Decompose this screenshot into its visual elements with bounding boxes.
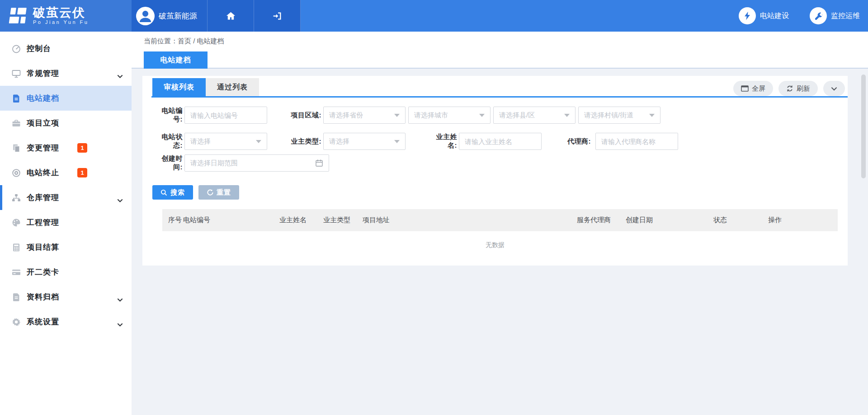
county-select[interactable]: 请选择县/区 [493,107,576,124]
owner-type-label: 业主类型: [290,137,321,146]
monitor-icon [11,69,21,79]
topbar-user-strip: 破茧新能源 [132,0,301,32]
topbar: 破茧云伏 Po Jian Yun Fu 破茧新能源 [0,0,868,32]
col-owner-name: 业主姓名 [279,216,323,224]
reset-button[interactable]: 重置 [198,185,239,200]
col-actions: 操作 [768,216,838,224]
breadcrumb-path: 首页 / 电站建档 [178,37,224,46]
gauge-icon [11,44,21,54]
badge-count: 1 [77,143,87,153]
chevron-down-icon [117,72,123,80]
collapse-button[interactable] [823,81,845,96]
home-icon [226,11,236,21]
agent-label: 代理商: [567,137,591,146]
tab-underline [151,96,848,98]
reset-icon [207,189,213,196]
city-select[interactable]: 请选择城市 [408,107,491,124]
topbar-right-nav: 电站建设 监控运维 [739,0,868,32]
sidebar-item-open-card[interactable]: 开二类卡 [0,260,132,284]
sidebar-item-console[interactable]: 控制台 [0,36,132,61]
caret-down-icon [394,140,400,143]
chevron-down-icon [117,196,123,204]
brand-logo-icon [6,5,28,27]
panel: 审核列表 通过列表 全屏 [142,76,848,266]
sidebar-item-project-initiation[interactable]: 项目立项 [0,111,132,135]
col-project-address: 项目地址 [363,216,577,224]
logout-button[interactable] [254,0,301,32]
user-icon [136,7,155,25]
search-button[interactable]: 搜索 [152,185,193,200]
brand: 破茧云伏 Po Jian Yun Fu [0,0,132,32]
station-no-label: 电站编号: [152,107,183,124]
fullscreen-button[interactable]: 全屏 [733,81,773,96]
sign-in-icon [272,11,283,21]
col-status: 状态 [713,216,768,224]
tab-review-list[interactable]: 审核列表 [152,78,206,96]
pages-icon [11,143,21,153]
palette-icon [11,218,21,228]
caret-down-icon [394,114,400,117]
table-header: 序号 电站编号 业主姓名 业主类型 项目地址 服务代理商 创建日期 状态 操作 [162,209,838,231]
badge-count: 1 [77,168,87,177]
owner-name-label: 业主姓名: [428,133,457,150]
panel-tabs: 审核列表 通过列表 [152,78,259,96]
col-service-agent: 服务代理商 [577,216,626,224]
station-status-select[interactable]: 请选择 [184,133,267,150]
refresh-icon [786,85,793,92]
breadcrumb: 当前位置： 首页 / 电站建档 [132,32,868,51]
sitemap-icon [11,193,21,203]
active-submenu-marker [0,185,2,210]
filter-buttons: 搜索 重置 [152,185,838,200]
panel-header: 审核列表 通过列表 全屏 [142,76,848,98]
caret-down-icon [564,114,570,117]
chevron-down-icon [117,320,123,328]
sidebar-item-system-settings[interactable]: 系统设置 [0,309,132,334]
brand-tagline: Po Jian Yun Fu [33,20,89,25]
search-icon [160,189,167,196]
sidebar-item-engineering-mgmt[interactable]: 工程管理 [0,210,132,235]
calendar-icon [315,159,323,167]
owner-name-input[interactable] [459,133,542,150]
col-station-no: 电站编号 [183,216,279,224]
filter-form: 电站编号: 项目区域: 请选择省份 请选择城市 请选择县/区 [142,107,848,249]
chevron-down-icon [831,87,837,91]
station-no-input[interactable] [184,107,267,124]
date-range-input[interactable]: 请选择日期范围 [184,154,329,172]
scrollbar-thumb[interactable] [861,75,866,178]
breadcrumb-label: 当前位置： [144,37,178,46]
avatar [136,7,155,25]
nav-station-build[interactable]: 电站建设 [739,7,789,24]
lightning-icon [739,7,756,24]
sidebar-item-project-settlement[interactable]: 项目结算 [0,235,132,260]
wrench-icon [810,7,827,24]
target-icon [11,168,21,178]
nav-monitor-ops[interactable]: 监控运维 [810,7,860,24]
page-tab-bar: 电站建档 [132,51,868,69]
region-label: 项目区域: [290,111,321,120]
file-icon [11,93,21,103]
tab-passed-list[interactable]: 通过列表 [206,78,259,96]
sidebar-item-general-mgmt[interactable]: 常规管理 [0,61,132,86]
village-select[interactable]: 请选择村镇/街道 [578,107,660,124]
sidebar-item-warehouse-mgmt[interactable]: 仓库管理 [0,185,132,210]
created-time-label: 创建时间: [152,154,183,172]
page-tab-station-archive[interactable]: 电站建档 [144,51,208,69]
sidebar-item-station-termination[interactable]: 电站终止 1 [0,160,132,185]
nav-monitor-ops-label: 监控运维 [831,11,860,21]
sidebar-item-change-mgmt[interactable]: 变更管理 1 [0,135,132,160]
refresh-button[interactable]: 刷新 [778,81,818,96]
user-account[interactable]: 破茧新能源 [132,0,208,32]
sidebar-item-station-archive[interactable]: 电站建档 [0,86,132,111]
filter-row-3: 创建时间: 请选择日期范围 [152,154,838,172]
col-create-date: 创建日期 [626,216,713,224]
caret-down-icon [479,114,485,117]
owner-type-select[interactable]: 请选择 [323,133,406,150]
briefcase-icon [11,118,21,128]
home-button[interactable] [208,0,254,32]
station-status-label: 电站状态: [152,133,183,150]
agent-input[interactable] [595,133,678,150]
col-owner-type: 业主类型 [323,216,363,224]
empty-state-text: 无数据 [152,241,838,249]
province-select[interactable]: 请选择省份 [323,107,406,124]
sidebar-item-data-archive[interactable]: 资料归档 [0,284,132,309]
